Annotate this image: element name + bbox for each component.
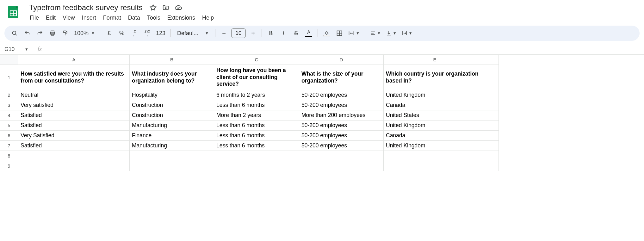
row-header-7[interactable]: 7 bbox=[0, 141, 18, 151]
row-header-6[interactable]: 6 bbox=[0, 131, 18, 141]
cell-b7[interactable]: Manufacturing bbox=[130, 141, 214, 151]
select-all-corner[interactable] bbox=[0, 55, 18, 65]
cell-c3[interactable]: Less than 6 months bbox=[214, 100, 299, 110]
row-header-1[interactable]: 1 bbox=[0, 65, 18, 90]
menu-extensions[interactable]: Extensions bbox=[164, 13, 198, 22]
cell-a1[interactable]: How satisfied were you with the results … bbox=[18, 65, 130, 90]
cell-c4[interactable]: More than 2 years bbox=[214, 110, 299, 120]
paint-format-icon[interactable] bbox=[59, 28, 71, 39]
cloud-status-icon[interactable] bbox=[174, 3, 183, 12]
cell-a2[interactable]: Neutral bbox=[18, 90, 130, 100]
cell-e3[interactable]: Canada bbox=[384, 100, 486, 110]
row-header-5[interactable]: 5 bbox=[0, 120, 18, 131]
cell-c2[interactable]: 6 months to 2 years bbox=[214, 90, 299, 100]
cell-d8[interactable] bbox=[299, 151, 384, 161]
cell-d2[interactable]: 50-200 employees bbox=[299, 90, 384, 100]
cell-d5[interactable]: 50-200 employees bbox=[299, 120, 384, 131]
cell-f4[interactable] bbox=[486, 110, 499, 120]
search-icon[interactable] bbox=[9, 28, 20, 39]
cell-a9[interactable] bbox=[18, 161, 130, 171]
menu-tools[interactable]: Tools bbox=[144, 13, 164, 22]
cell-a3[interactable]: Very satisfied bbox=[18, 100, 130, 110]
font-dropdown[interactable]: Defaul... ▼ bbox=[174, 28, 212, 39]
cell-e9[interactable] bbox=[384, 161, 486, 171]
cell-a7[interactable]: Satisfied bbox=[18, 141, 130, 151]
cell-f5[interactable] bbox=[486, 120, 499, 131]
cell-c9[interactable] bbox=[214, 161, 299, 171]
cell-b8[interactable] bbox=[130, 151, 214, 161]
percent-button[interactable]: % bbox=[116, 28, 127, 39]
print-icon[interactable] bbox=[47, 28, 58, 39]
row-header-2[interactable]: 2 bbox=[0, 90, 18, 100]
cell-b9[interactable] bbox=[130, 161, 214, 171]
cell-c8[interactable] bbox=[214, 151, 299, 161]
cell-e1[interactable]: Which country is your organization based… bbox=[384, 65, 486, 90]
merge-cells-button[interactable]: ▼ bbox=[346, 28, 362, 39]
row-header-4[interactable]: 4 bbox=[0, 110, 18, 120]
cell-e5[interactable]: United Kingdom bbox=[384, 120, 486, 131]
cell-f7[interactable] bbox=[486, 141, 499, 151]
menu-format[interactable]: Format bbox=[100, 13, 124, 22]
cell-d7[interactable]: 50-200 employees bbox=[299, 141, 384, 151]
cell-a6[interactable]: Very Satisfied bbox=[18, 131, 130, 141]
redo-icon[interactable] bbox=[34, 28, 46, 39]
currency-button[interactable]: £ bbox=[103, 28, 115, 39]
borders-button[interactable] bbox=[334, 28, 345, 39]
cell-d4[interactable]: More than 200 employees bbox=[299, 110, 384, 120]
italic-button[interactable]: I bbox=[278, 28, 289, 39]
number-format-button[interactable]: 123 bbox=[154, 28, 167, 39]
cell-e2[interactable]: United Kingdom bbox=[384, 90, 486, 100]
cell-a8[interactable] bbox=[18, 151, 130, 161]
vertical-align-button[interactable]: ▼ bbox=[384, 28, 399, 39]
column-header-e[interactable]: E bbox=[384, 55, 486, 65]
column-header-d[interactable]: D bbox=[299, 55, 384, 65]
cell-c1[interactable]: How long have you been a client of our c… bbox=[214, 65, 299, 90]
cell-a4[interactable]: Satisfied bbox=[18, 110, 130, 120]
text-wrap-button[interactable]: ▼ bbox=[400, 28, 414, 39]
cell-a5[interactable]: Satisfied bbox=[18, 120, 130, 131]
move-icon[interactable] bbox=[162, 3, 170, 12]
column-header-b[interactable]: B bbox=[130, 55, 214, 65]
increase-decimal-button[interactable]: .00 → bbox=[141, 28, 153, 39]
row-header-8[interactable]: 8 bbox=[0, 151, 18, 161]
row-header-3[interactable]: 3 bbox=[0, 100, 18, 110]
name-box[interactable]: G10 ▼ bbox=[0, 44, 31, 54]
cell-b5[interactable]: Manufacturing bbox=[130, 120, 214, 131]
column-header-f[interactable] bbox=[486, 55, 499, 65]
cell-b6[interactable]: Finance bbox=[130, 131, 214, 141]
document-title[interactable]: Typefrom feedback survey results bbox=[27, 3, 145, 13]
menu-insert[interactable]: Insert bbox=[79, 13, 99, 22]
zoom-dropdown[interactable]: 100% ▼ bbox=[72, 28, 97, 39]
cell-e8[interactable] bbox=[384, 151, 486, 161]
cell-f8[interactable] bbox=[486, 151, 499, 161]
star-icon[interactable] bbox=[149, 3, 157, 12]
cell-e4[interactable]: United States bbox=[384, 110, 486, 120]
menu-file[interactable]: File bbox=[27, 13, 42, 22]
cell-f9[interactable] bbox=[486, 161, 499, 171]
column-header-c[interactable]: C bbox=[214, 55, 299, 65]
cell-b1[interactable]: What industry does your organization bel… bbox=[130, 65, 214, 90]
cell-b3[interactable]: Construction bbox=[130, 100, 214, 110]
cell-e7[interactable]: United Kingdom bbox=[384, 141, 486, 151]
cell-c5[interactable]: Less than 6 months bbox=[214, 120, 299, 131]
horizontal-align-button[interactable]: ▼ bbox=[368, 28, 383, 39]
cell-d3[interactable]: 50-200 employees bbox=[299, 100, 384, 110]
cell-d9[interactable] bbox=[299, 161, 384, 171]
column-header-a[interactable]: A bbox=[18, 55, 130, 65]
cell-e6[interactable]: Canada bbox=[384, 131, 486, 141]
decrease-decimal-button[interactable]: .0 ← bbox=[129, 28, 140, 39]
fill-color-button[interactable] bbox=[321, 28, 332, 39]
sheets-app-icon[interactable] bbox=[5, 4, 22, 20]
text-color-button[interactable]: A bbox=[303, 28, 314, 39]
menu-edit[interactable]: Edit bbox=[43, 13, 59, 22]
font-size-input[interactable] bbox=[231, 28, 246, 38]
cell-c6[interactable]: Less than 6 months bbox=[214, 131, 299, 141]
cell-c7[interactable]: Less than 6 months bbox=[214, 141, 299, 151]
row-header-9[interactable]: 9 bbox=[0, 161, 18, 171]
cell-b4[interactable]: Construction bbox=[130, 110, 214, 120]
decrease-font-size-button[interactable]: − bbox=[219, 28, 229, 39]
menu-data[interactable]: Data bbox=[125, 13, 143, 22]
formula-input[interactable] bbox=[44, 44, 644, 54]
cell-d6[interactable]: 50-200 employees bbox=[299, 131, 384, 141]
bold-button[interactable]: B bbox=[265, 28, 276, 39]
